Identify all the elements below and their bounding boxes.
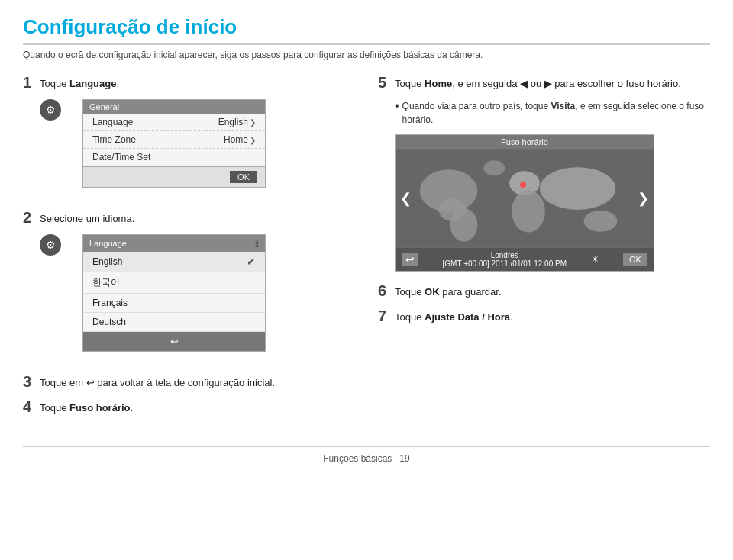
lang-panel-header: Language ℹ [83, 235, 265, 252]
tz-city: Londres [491, 251, 518, 259]
lang-item-deutsch[interactable]: Deutsch [83, 313, 265, 332]
step-1-number: 1 [23, 74, 35, 92]
step-4: 4 Toque Fuso horário. [23, 398, 355, 416]
gear-icon-2: ⚙ [40, 234, 61, 256]
step-5-number: 5 [378, 74, 390, 92]
svg-point-6 [540, 167, 615, 210]
step-5-bullet-text: Quando viaja para outro país, toque Visi… [402, 99, 710, 127]
cam-panel-container: ⚙ General Language English ❯ Time Zone H… [40, 99, 355, 198]
lang-back-icon: ↩ [170, 336, 179, 347]
gear-icon: ⚙ [40, 99, 61, 121]
cam-panel: General Language English ❯ Time Zone Hom… [82, 99, 266, 188]
svg-point-3 [450, 208, 478, 242]
tz-left-arrow[interactable]: ❮ [400, 190, 412, 207]
tz-back-button[interactable]: ↩ [402, 253, 418, 266]
lang-english-label: English [92, 256, 122, 267]
cam-row-timezone[interactable]: Time Zone Home ❯ [83, 131, 265, 149]
footer-page: 19 [399, 453, 409, 464]
lang-deutsch-label: Deutsch [92, 317, 126, 327]
step-2: 2 Selecione um idioma. [23, 209, 355, 227]
step-6-number: 6 [378, 282, 390, 300]
lang-item-english[interactable]: English ✔ [83, 252, 265, 272]
svg-point-5 [512, 190, 545, 233]
step-3-text: Toque em ↩ para voltar à tela de configu… [40, 373, 275, 391]
right-column: 5 Toque Home, e em seguida ◀ ou ▶ para e… [378, 74, 710, 423]
step-4-text: Toque Fuso horário. [40, 398, 133, 416]
step-2-text: Selecione um idioma. [40, 209, 134, 227]
svg-point-7 [584, 211, 618, 232]
cam-ok-button[interactable]: OK [230, 171, 257, 183]
step-4-number: 4 [23, 398, 35, 416]
step-5-text: Toque Home, e em seguida ◀ ou ▶ para esc… [395, 74, 681, 92]
cam-row-timezone-value: Home ❯ [224, 134, 256, 145]
tz-info: Londres [GMT +00:00] 2011 /01/01 12:00 P… [443, 251, 567, 268]
cam-row-datetime-label: Date/Time Set [92, 152, 150, 163]
step-7-text: Toque Ajuste Data / Hora. [395, 307, 513, 325]
page-title: Configuração de início [23, 15, 710, 45]
svg-point-9 [483, 160, 505, 175]
tz-gmt: [GMT +00:00] 2011 /01/01 12:00 PM [443, 259, 567, 268]
step-6-text: Toque OK para guardar. [395, 282, 502, 300]
step-3: 3 Toque em ↩ para voltar à tela de confi… [23, 373, 355, 391]
cam-row-datetime[interactable]: Date/Time Set [83, 149, 265, 166]
step-5-bullet: • Quando viaja para outro país, toque Vi… [395, 99, 710, 127]
step-7: 7 Toque Ajuste Data / Hora. [378, 307, 710, 325]
step-1-text: Toque Language. [40, 74, 119, 92]
step-3-number: 3 [23, 373, 35, 391]
world-map-svg [396, 149, 654, 248]
step-2-number: 2 [23, 209, 35, 227]
check-icon: ✔ [247, 256, 256, 268]
bottom-steps: 3 Toque em ↩ para voltar à tela de confi… [23, 373, 355, 416]
lang-panel-title: Language [89, 239, 127, 248]
tz-panel-header: Fuso horário [396, 135, 654, 149]
footer-text: Funções básicas [323, 453, 392, 464]
lang-item-french[interactable]: Français [83, 294, 265, 313]
tz-bottom-bar: ↩ Londres [GMT +00:00] 2011 /01/01 12:00… [396, 248, 654, 271]
cam-panel-header: General [83, 100, 265, 114]
left-column: 1 Toque Language. ⚙ General Language Eng… [23, 74, 355, 423]
cam-row-language[interactable]: Language English ❯ [83, 114, 265, 131]
tz-right-arrow[interactable]: ❯ [638, 190, 649, 207]
lang-back-button[interactable]: ↩ [83, 332, 265, 351]
bullet-dot: • [395, 100, 399, 127]
tz-map-area: ❮ ❯ [396, 149, 654, 248]
step-7-number: 7 [378, 307, 390, 325]
step-6: 6 Toque OK para guardar. [378, 282, 710, 300]
cam-ok-bar: OK [83, 166, 265, 187]
cam-row-language-label: Language [92, 117, 133, 127]
step-5: 5 Toque Home, e em seguida ◀ ou ▶ para e… [378, 74, 710, 92]
lang-french-label: Français [92, 298, 128, 308]
cam-row-timezone-label: Time Zone [92, 134, 136, 145]
lang-item-korean[interactable]: 한국어 [83, 272, 265, 294]
tz-panel-wrapper: Fuso horário [395, 134, 710, 272]
tz-ok-button[interactable]: OK [623, 253, 647, 266]
tz-panel: Fuso horário [395, 134, 654, 272]
sun-icon: ☀ [591, 254, 599, 265]
page-footer: Funções básicas 19 [23, 446, 710, 464]
lang-panel: Language ℹ English ✔ 한국어 Français Deutsc… [82, 234, 266, 352]
lang-korean-label: 한국어 [92, 276, 120, 289]
cam-row-language-value: English ❯ [218, 117, 256, 127]
step-1: 1 Toque Language. [23, 74, 355, 92]
svg-point-8 [520, 182, 526, 188]
lang-panel-container: ⚙ Language ℹ English ✔ 한국어 Français Deut… [40, 234, 355, 362]
info-icon: ℹ [255, 237, 259, 249]
page-subtitle: Quando o ecrã de configuração inicial ap… [23, 50, 710, 60]
